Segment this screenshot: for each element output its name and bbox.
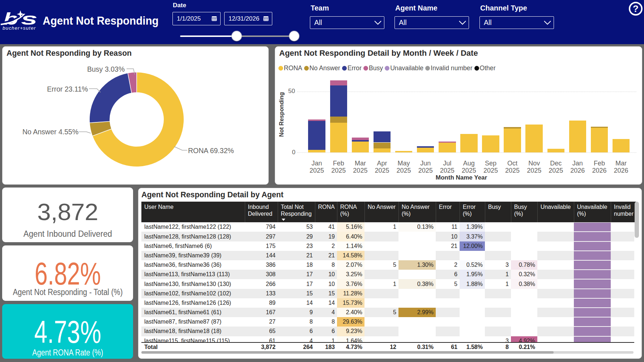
svg-text:bucher+suter: bucher+suter — [3, 25, 36, 31]
